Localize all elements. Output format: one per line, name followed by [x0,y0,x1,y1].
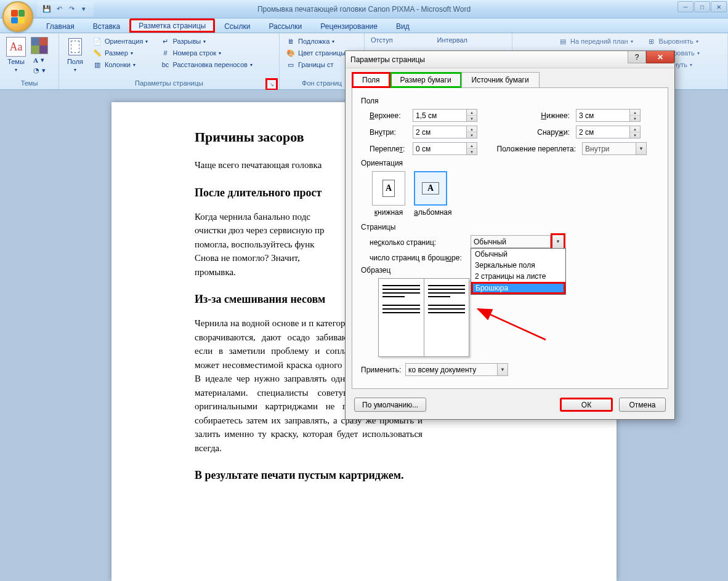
orientation-icon: 📄 [92,36,102,46]
option-two-per-sheet[interactable]: 2 страницы на листе [471,271,565,282]
dialog-close-button[interactable]: ✕ [646,51,674,63]
section-orientation: Ориентация [361,159,659,167]
ribbon-tabs: Главная Вставка Разметка страницы Ссылки… [0,18,728,33]
spacing-label: Интервал [435,36,470,44]
label-bottom: Нижнее: [477,111,576,120]
borders-icon: ▭ [286,60,296,70]
pagecolor-icon: 🎨 [286,48,296,58]
page-color-button[interactable]: 🎨Цвет страницы [283,47,353,58]
watermark-button[interactable]: 🗎Подложка [283,36,353,47]
group-page-setup: Параметры страницы ↘ [63,79,275,89]
dialog-tab-paper[interactable]: Размер бумаги [390,72,462,88]
label-multipage: несколько страниц: [370,238,471,247]
spinner-bottom[interactable]: ▲▼ [576,109,641,122]
multipage-dropdown-list: Обычный Зеркальные поля 2 страницы на ли… [471,248,566,295]
option-mirror[interactable]: Зеркальные поля [471,260,565,271]
group-themes: Темы [4,79,55,89]
size-icon: 📏 [92,48,102,58]
hyphen-icon: bc [160,60,170,70]
tab-view[interactable]: Вид [387,19,419,33]
chevron-down-icon[interactable]: ▼ [636,142,647,155]
dialog-help-button[interactable]: ? [628,51,646,63]
window-titlebar: 💾 ↶ ↷ ▾ Промывка печатающей головки Cano… [0,0,728,18]
breaks-button[interactable]: ↵Разрывы [158,36,254,47]
watermark-icon: 🗎 [286,36,296,46]
breaks-icon: ↵ [160,36,170,46]
redo-icon[interactable]: ↷ [67,4,76,14]
quick-access-toolbar: 💾 ↶ ↷ ▾ [37,2,94,17]
office-button[interactable] [2,1,33,32]
maximize-button[interactable]: □ [694,1,710,12]
margins-button[interactable]: Поля▾ [63,36,87,74]
option-normal[interactable]: Обычный [471,249,565,260]
indent-label: Отступ [368,36,395,44]
page-setup-dialog: Параметры страницы ? ✕ Поля Размер бумаг… [345,50,675,420]
annotation-arrow [472,303,552,346]
dialog-title: Параметры страницы [350,55,425,64]
ok-button[interactable]: ОК [560,398,613,412]
section-margins: Поля [361,97,659,105]
option-booklet[interactable]: Брошюра [471,282,565,294]
dialog-tab-margins[interactable]: Поля [352,72,390,88]
theme-fonts-button[interactable]: A▾ [31,55,48,65]
tab-page-layout[interactable]: Разметка страницы [129,18,215,33]
page-setup-launcher[interactable]: ↘ [265,78,278,90]
undo-icon[interactable]: ↶ [54,4,64,14]
svg-line-1 [478,309,546,340]
dialog-titlebar[interactable]: Параметры страницы ? ✕ [346,51,674,68]
label-outside: Снаружи: [477,128,576,137]
combo-apply[interactable]: ▼ [405,363,508,376]
columns-button[interactable]: ▥Колонки [90,59,150,70]
qat-dropdown-icon[interactable]: ▾ [79,4,89,14]
spinner-top[interactable]: ▲▼ [413,109,477,122]
theme-colors-button[interactable] [31,37,48,54]
spinner-gutter[interactable]: ▲▼ [413,142,477,155]
size-button[interactable]: 📏Размер [90,47,150,58]
orientation-landscape[interactable]: A альбомная [414,171,452,217]
dialog-tab-source[interactable]: Источник бумаги [461,72,540,88]
spinner-outside[interactable]: ▲▼ [576,126,641,138]
dialog-tabs: Поля Размер бумаги Источник бумаги [352,72,674,88]
align-button[interactable]: ⊞Выровнять [644,36,702,47]
theme-effects-button[interactable]: ◔▾ [31,66,48,75]
page-borders-button[interactable]: ▭Границы ст [283,59,353,70]
label-apply: Применить: [361,366,405,374]
label-gutter: Переплет: [370,145,413,153]
linenum-icon: # [160,48,170,58]
chevron-down-icon[interactable]: ▼ [498,363,508,376]
margins-icon [65,37,85,57]
themes-button[interactable]: Aa Темы▾ [4,36,28,74]
spinner-inside[interactable]: ▲▼ [413,126,477,138]
tab-mailings[interactable]: Рассылки [259,19,311,33]
orientation-button[interactable]: 📄Ориентация [90,36,150,47]
combo-multipage[interactable]: ▼ Обычный Зеркальные поля 2 страницы на … [471,235,565,250]
cancel-button[interactable]: Отмена [619,398,666,412]
orientation-portrait[interactable]: A книжная [372,171,405,217]
tab-references[interactable]: Ссылки [215,19,259,33]
bring-front-button[interactable]: ▤На передний план [556,36,636,47]
label-inside: Внутри: [370,128,413,137]
save-icon[interactable]: 💾 [42,4,52,14]
line-numbers-button[interactable]: #Номера строк [158,47,254,58]
multipage-dropdown-button[interactable]: ▼ [551,233,565,250]
columns-icon: ▥ [92,60,102,70]
tab-home[interactable]: Главная [37,19,84,33]
minimize-button[interactable]: ─ [677,1,694,12]
tab-review[interactable]: Рецензирование [311,19,387,33]
hyphenation-button[interactable]: bcРасстановка переносов [158,59,254,70]
tab-insert[interactable]: Вставка [84,19,130,33]
window-title: Промывка печатающей головки Canon PIXMA … [0,5,728,14]
label-gutter-pos: Положение переплета: [477,145,582,153]
themes-icon: Aa [6,37,26,57]
default-button[interactable]: По умолчанию... [354,398,426,412]
close-button[interactable]: ✕ [711,1,727,12]
section-pages: Страницы [361,223,659,231]
label-top: Верхнее: [370,111,413,120]
heading-4: В результате печати пустым картриджем. [195,467,536,484]
label-sheets: число страниц в брошюре: [370,254,471,262]
sample-preview [378,278,469,357]
combo-gutter-pos[interactable]: ▼ [582,142,647,155]
